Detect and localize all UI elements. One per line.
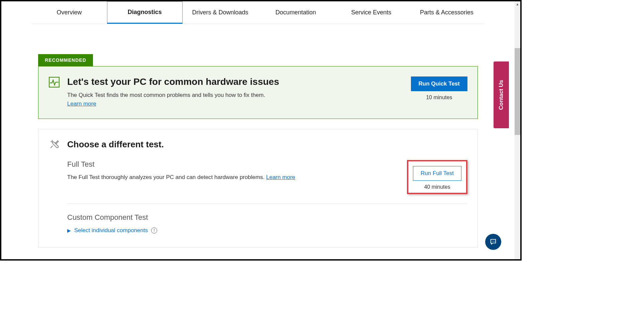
quick-test-title: Let's test your PC for common hardware i… xyxy=(67,76,279,87)
tab-diagnostics[interactable]: Diagnostics xyxy=(107,1,183,24)
select-components-label: Select individual components xyxy=(74,227,148,234)
contact-us-tab[interactable]: Contact Us xyxy=(494,61,509,128)
tab-documentation[interactable]: Documentation xyxy=(258,1,333,24)
svg-point-2 xyxy=(493,241,494,242)
quick-test-text: Let's test your PC for common hardware i… xyxy=(67,76,279,107)
quick-test-desc: The Quick Test finds the most common pro… xyxy=(67,92,279,99)
select-components-toggle[interactable]: ▶ Select individual components ! xyxy=(67,227,467,234)
full-test-section: Full Test The Full Test thoroughly analy… xyxy=(48,160,467,234)
alt-heading: Choose a different test. xyxy=(67,139,164,150)
tabbar: Overview Diagnostics Drivers & Downloads… xyxy=(31,1,485,24)
full-test-duration: 40 minutes xyxy=(413,184,461,190)
svg-point-1 xyxy=(492,241,493,242)
content-area: Overview Diagnostics Drivers & Downloads… xyxy=(1,1,515,259)
full-test-title: Full Test xyxy=(67,160,295,169)
recommended-badge: RECOMMENDED xyxy=(38,54,93,66)
run-quick-test-button[interactable]: Run Quick Test xyxy=(411,76,467,91)
heartbeat-icon xyxy=(48,76,60,88)
custom-test-section: Custom Component Test ▶ Select individua… xyxy=(67,213,467,234)
run-full-test-button[interactable]: Run Full Test xyxy=(413,166,461,181)
quick-test-learn-more-link[interactable]: Learn more xyxy=(67,101,96,107)
tab-service-events[interactable]: Service Events xyxy=(333,1,409,24)
full-test-desc: The Full Test thoroughly analyzes your P… xyxy=(67,174,266,180)
chat-fab-button[interactable] xyxy=(485,234,501,250)
full-test-right: Run Full Test 40 minutes xyxy=(407,160,467,194)
scroll-up-arrow-icon[interactable]: ▲ xyxy=(515,1,520,7)
tab-drivers-downloads[interactable]: Drivers & Downloads xyxy=(183,1,258,24)
run-full-test-highlight: Run Full Test 40 minutes xyxy=(407,160,467,194)
choose-different-test-card: Choose a different test. Full Test The F… xyxy=(38,129,478,248)
scrollbar[interactable]: ▲ xyxy=(515,1,520,259)
caret-right-icon: ▶ xyxy=(67,228,71,233)
page-inner: RECOMMENDED Let's test your PC for commo… xyxy=(1,24,515,248)
custom-test-title: Custom Component Test xyxy=(67,213,467,222)
tools-icon xyxy=(48,139,60,150)
quick-test-right: Run Quick Test 10 minutes xyxy=(411,76,467,101)
full-test-row: Full Test The Full Test thoroughly analy… xyxy=(67,160,467,203)
svg-point-3 xyxy=(495,241,495,242)
quick-test-duration: 10 minutes xyxy=(411,95,467,101)
quick-test-left: Let's test your PC for common hardware i… xyxy=(48,76,279,107)
tabbar-wrap: Overview Diagnostics Drivers & Downloads… xyxy=(1,1,515,24)
section-divider xyxy=(67,203,467,204)
info-icon[interactable]: ! xyxy=(151,227,157,233)
full-test-desc-line: The Full Test thoroughly analyzes your P… xyxy=(67,174,295,181)
app-frame: Overview Diagnostics Drivers & Downloads… xyxy=(0,0,522,261)
scroll-thumb[interactable] xyxy=(515,48,520,135)
chat-icon xyxy=(490,238,497,246)
tab-parts-accessories[interactable]: Parts & Accessories xyxy=(409,1,485,24)
alt-head: Choose a different test. xyxy=(48,139,467,150)
tab-overview[interactable]: Overview xyxy=(31,1,107,24)
full-test-text: Full Test The Full Test thoroughly analy… xyxy=(67,160,295,181)
quick-test-card: Let's test your PC for common hardware i… xyxy=(38,66,478,119)
full-test-learn-more-link[interactable]: Learn more xyxy=(266,174,295,180)
